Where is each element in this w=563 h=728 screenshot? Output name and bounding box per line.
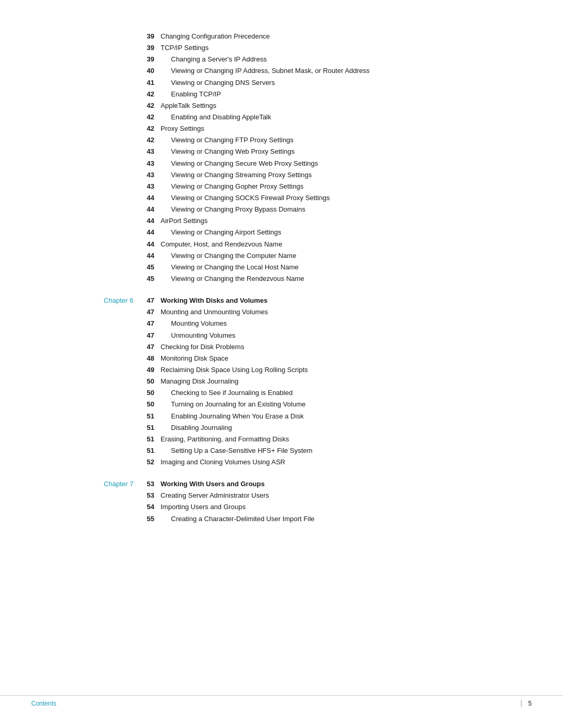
toc-page-number: 42 [141, 112, 161, 122]
toc-row: 45Viewing or Changing the Rendezvous Nam… [94, 274, 469, 284]
toc-row: 50Managing Disk Journaling [94, 376, 469, 387]
toc-page-number: 42 [141, 101, 161, 111]
toc-row: 45Viewing or Changing the Local Host Nam… [94, 262, 469, 273]
toc-row: 51Disabling Journaling [94, 423, 469, 433]
toc-entry-title: Viewing or Changing the Computer Name [161, 251, 469, 261]
toc-page-number: 52 [141, 457, 161, 467]
toc-row: 42Enabling and Disabling AppleTalk [94, 112, 469, 122]
toc-table: 39Changing Configuration Precedence39TCP… [94, 31, 469, 524]
toc-page-number: 44 [141, 239, 161, 250]
toc-entry-title: Viewing or Changing Proxy Bypass Domains [161, 204, 469, 215]
toc-page-number: 43 [141, 158, 161, 169]
toc-page-number: 39 [141, 43, 161, 53]
toc-row: 43Viewing or Changing Streaming Proxy Se… [94, 170, 469, 180]
toc-entry-title: Viewing or Changing Streaming Proxy Sett… [161, 170, 469, 180]
toc-page-number: 44 [141, 251, 161, 261]
toc-row: 40Viewing or Changing IP Address, Subnet… [94, 66, 469, 76]
toc-row: 41Viewing or Changing DNS Servers [94, 78, 469, 88]
toc-entry-title: Managing Disk Journaling [161, 376, 469, 387]
toc-row: 39Changing a Server's IP Address [94, 54, 469, 65]
toc-row: 44AirPort Settings [94, 216, 469, 226]
toc-page-number: 54 [141, 502, 161, 512]
toc-row: Chapter 753Working With Users and Groups [94, 479, 469, 489]
toc-entry-title: Viewing or Changing Secure Web Proxy Set… [161, 158, 469, 169]
toc-page-number: 47 [141, 295, 161, 306]
page-footer: Contents 5 [0, 695, 563, 707]
toc-entry-title: Viewing or Changing DNS Servers [161, 78, 469, 88]
toc-row: 44Viewing or Changing SOCKS Firewall Pro… [94, 193, 469, 203]
toc-entry-title: Reclaiming Disk Space Using Log Rolling … [161, 365, 469, 375]
toc-entry-title: Viewing or Changing the Local Host Name [161, 262, 469, 273]
toc-entry-title: Turning on Journaling for an Existing Vo… [161, 399, 469, 410]
toc-row: 47Mounting Volumes [94, 318, 469, 329]
toc-entry-title: Enabling and Disabling AppleTalk [161, 112, 469, 122]
toc-entry-title: AppleTalk Settings [161, 101, 469, 111]
footer-label: Contents [31, 700, 56, 707]
toc-page-number: 45 [141, 274, 161, 284]
toc-row: 55Creating a Character-Delimited User Im… [94, 514, 469, 524]
toc-entry-title: Computer, Host, and Rendezvous Name [161, 239, 469, 250]
toc-row: 44Computer, Host, and Rendezvous Name [94, 239, 469, 250]
toc-entry-title: Viewing or Changing IP Address, Subnet M… [161, 66, 469, 76]
page: 39Changing Configuration Precedence39TCP… [0, 0, 563, 728]
toc-row: 54Importing Users and Groups [94, 502, 469, 512]
toc-entry-title: Checking to See if Journaling is Enabled [161, 388, 469, 398]
toc-entry-title: Creating Server Administrator Users [161, 490, 469, 501]
toc-row: 51Enabling Journaling When You Erase a D… [94, 411, 469, 422]
toc-entry-title: TCP/IP Settings [161, 43, 469, 53]
chapter-label: Chapter 7 [94, 479, 141, 489]
toc-page-number: 55 [141, 514, 161, 524]
toc-entry-title: AirPort Settings [161, 216, 469, 226]
toc-entry-title: Proxy Settings [161, 124, 469, 134]
toc-page-number: 51 [141, 434, 161, 445]
toc-row: 44Viewing or Changing Airport Settings [94, 227, 469, 238]
toc-page-number: 39 [141, 54, 161, 65]
toc-row: 50Turning on Journaling for an Existing … [94, 399, 469, 410]
toc-entry-title: Creating a Character-Delimited User Impo… [161, 514, 469, 524]
toc-page-number: 47 [141, 318, 161, 329]
toc-entry-title: Importing Users and Groups [161, 502, 469, 512]
toc-row: 39Changing Configuration Precedence [94, 31, 469, 42]
toc-row: 50Checking to See if Journaling is Enabl… [94, 388, 469, 398]
toc-entry-title: Viewing or Changing Web Proxy Settings [161, 146, 469, 157]
toc-row: 44Viewing or Changing the Computer Name [94, 251, 469, 261]
toc-page-number: 42 [141, 124, 161, 134]
toc-entry-title: Working With Users and Groups [161, 479, 469, 489]
toc-page-number: 39 [141, 31, 161, 42]
toc-entry-title: Working With Disks and Volumes [161, 295, 469, 306]
toc-entry-title: Enabling Journaling When You Erase a Dis… [161, 411, 469, 422]
toc-entry-title: Erasing, Partitioning, and Formatting Di… [161, 434, 469, 445]
toc-entry-title: Unmounting Volumes [161, 330, 469, 341]
toc-entry-title: Viewing or Changing the Rendezvous Name [161, 274, 469, 284]
toc-entry-title: Viewing or Changing Airport Settings [161, 227, 469, 238]
toc-page-number: 50 [141, 399, 161, 410]
toc-entry-title: Imaging and Cloning Volumes Using ASR [161, 457, 469, 467]
toc-page-number: 49 [141, 365, 161, 375]
toc-page-number: 53 [141, 490, 161, 501]
toc-entry-title: Viewing or Changing FTP Proxy Settings [161, 135, 469, 145]
toc-row: 42Proxy Settings [94, 124, 469, 134]
toc-page-number: 45 [141, 262, 161, 273]
toc-page-number: 47 [141, 307, 161, 317]
toc-page-number: 40 [141, 66, 161, 76]
toc-row: 51Setting Up a Case-Sensitive HFS+ File … [94, 446, 469, 456]
toc-row: 43Viewing or Changing Web Proxy Settings [94, 146, 469, 157]
toc-entry-title: Mounting and Unmounting Volumes [161, 307, 469, 317]
toc-page-number: 44 [141, 204, 161, 215]
toc-row: 51Erasing, Partitioning, and Formatting … [94, 434, 469, 445]
toc-page-number: 42 [141, 135, 161, 145]
toc-spacer [94, 285, 469, 295]
toc-row: 47Checking for Disk Problems [94, 342, 469, 352]
toc-page-number: 51 [141, 446, 161, 456]
toc-page-number: 47 [141, 330, 161, 341]
toc-entry-title: Changing a Server's IP Address [161, 54, 469, 65]
toc-page-number: 43 [141, 146, 161, 157]
toc-row: 47Mounting and Unmounting Volumes [94, 307, 469, 317]
toc-page-number: 50 [141, 388, 161, 398]
toc-page-number: 50 [141, 376, 161, 387]
toc-row: 43Viewing or Changing Secure Web Proxy S… [94, 158, 469, 169]
toc-entry-title: Setting Up a Case-Sensitive HFS+ File Sy… [161, 446, 469, 456]
toc-row: 42Viewing or Changing FTP Proxy Settings [94, 135, 469, 145]
toc-row: 52Imaging and Cloning Volumes Using ASR [94, 457, 469, 467]
toc-entry-title: Viewing or Changing SOCKS Firewall Proxy… [161, 193, 469, 203]
